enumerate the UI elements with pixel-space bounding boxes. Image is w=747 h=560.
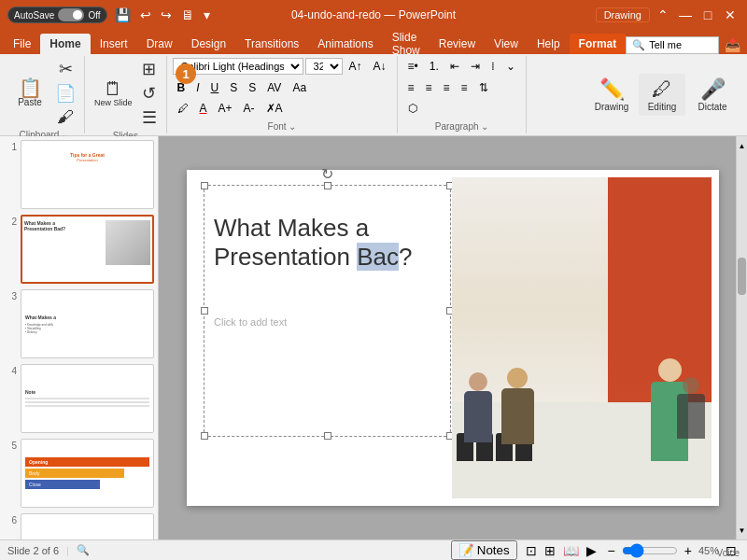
align-left-button[interactable]: ≡ [403,79,419,96]
slide-image-5[interactable]: Opening Body Close [21,439,154,508]
tab-insert[interactable]: Insert [91,34,137,54]
undo-button[interactable]: ↩ [138,6,153,24]
slide-image-1[interactable]: Tips for a Great Presentation [21,140,154,209]
tab-transitions[interactable]: Transitions [235,34,308,54]
layout-button[interactable]: ⊞ [138,58,161,80]
tab-review[interactable]: Review [430,34,485,54]
italic-button[interactable]: I [191,79,204,96]
para-dialog-btn[interactable]: ⌄ [501,58,520,75]
cut-button[interactable]: ✂ [52,58,78,80]
align-center-button[interactable]: ≡ [421,79,437,96]
slide-thumb-5[interactable]: 5 Opening Body Close [4,439,154,508]
font-size-dec2-button[interactable]: A- [239,100,260,117]
copy-button[interactable]: 📄 [52,82,78,105]
font-size-inc2-button[interactable]: A+ [214,100,237,117]
text-highlight-button[interactable]: 🖊 [173,100,193,117]
change-case-button[interactable]: Aa [288,79,311,96]
tab-view[interactable]: View [485,34,528,54]
char-spacing-button[interactable]: AV [262,79,286,96]
slide-canvas[interactable]: ↻ What Makes a Presentation Bac? Click t… [187,170,719,506]
normal-view-button[interactable]: ⊡ [523,542,540,559]
clear-format-button[interactable]: ✗A [261,100,288,117]
paste-button[interactable]: 📋 Paste [9,65,50,121]
increase-font-button[interactable]: A↑ [345,58,367,75]
slide-sorter-button[interactable]: ⊞ [542,542,558,559]
handle-tl[interactable] [201,182,208,189]
strikethrough-button[interactable]: S [225,79,242,96]
text-direction-button[interactable]: ⇅ [474,79,493,96]
tab-animations[interactable]: Animations [308,34,382,54]
click-to-add-text[interactable]: Click to add text [214,316,287,328]
underline-button[interactable]: U [206,79,224,96]
new-slide-button[interactable]: 🗒 New Slide [91,65,136,121]
slide-image-2[interactable]: What Makes a Presentation Bad? [21,215,154,284]
tab-help[interactable]: Help [528,34,570,54]
handle-tm[interactable] [324,182,331,189]
qat-dropdown-button[interactable]: ▾ [202,6,212,24]
font-color-button[interactable]: A [195,100,212,117]
rotate-handle[interactable]: ↻ [321,165,333,183]
zoom-in-button[interactable]: + [682,542,695,559]
scroll-down-button[interactable]: ▼ [738,525,746,536]
slide-title-text3: ? [399,243,412,271]
tab-draw[interactable]: Draw [137,34,182,54]
slide-title[interactable]: What Makes a Presentation Bac? [214,214,413,272]
slide-image-6[interactable]: What Makes a Presentation Good? [21,513,154,539]
decrease-font-button[interactable]: A↓ [369,58,391,75]
font-size-dropdown[interactable]: 32 [305,58,343,75]
shadow-button[interactable]: S [244,79,261,96]
add-remove-cols-button[interactable]: ⁞ [486,58,500,75]
voice-group: ✏️ Drawing 🖊 Editing 🎤 Dictate Voice [581,56,743,133]
drawing-mode-button[interactable]: ✏️ Drawing [588,74,635,116]
slide-thumb-4[interactable]: 4 Note [4,364,154,433]
autosave-toggle[interactable] [58,8,84,21]
tab-design[interactable]: Design [182,34,235,54]
slide-image-3[interactable]: What Makes a • Knowledge and skills • St… [21,289,154,358]
handle-bm[interactable] [324,432,331,440]
tab-format[interactable]: Format [570,34,627,54]
convert-to-smartart-button[interactable]: ⬡ [403,100,422,117]
share-button[interactable]: 📤 [723,35,742,54]
slide-thumb-6[interactable]: 6 What Makes a Presentation Good? [4,513,154,539]
vertical-scrollbar[interactable]: ▲ ▼ [736,136,747,539]
slideshow-button[interactable]: ▶ [584,542,599,559]
slide-thumb-2[interactable]: 2 What Makes a Presentation Bad? [4,215,154,284]
zoom-out-button[interactable]: − [605,542,618,559]
justify-button[interactable]: ≡ [457,79,472,96]
maximize-button[interactable]: □ [698,6,717,24]
bullets-button[interactable]: ≡• [403,58,423,75]
increase-indent-button[interactable]: ⇥ [466,58,485,75]
paragraph-dialog-icon[interactable]: ⌄ [481,121,488,132]
save-button[interactable]: 💾 [113,6,133,24]
redo-button[interactable]: ↪ [159,6,174,24]
close-button[interactable]: ✕ [721,6,740,24]
text-box-selection[interactable]: ↻ What Makes a Presentation Bac? Click t… [204,185,451,437]
minimize-button[interactable]: — [676,6,695,24]
decrease-indent-button[interactable]: ⇤ [445,58,464,75]
slide-image-4[interactable]: Note [21,364,154,433]
scroll-up-button[interactable]: ▲ [738,140,746,151]
slide-thumb-3[interactable]: 3 What Makes a • Knowledge and skills • … [4,289,154,358]
notes-button[interactable]: 📝 Notes [451,540,517,560]
tab-file[interactable]: File [4,34,40,54]
handle-bl[interactable] [201,432,208,440]
scroll-thumb[interactable] [738,258,746,295]
reset-button[interactable]: ↺ [138,82,161,105]
tab-home[interactable]: Home [40,34,90,54]
zoom-slider[interactable] [622,543,678,558]
reading-view-button[interactable]: 📖 [560,542,582,559]
autosave-badge[interactable]: AutoSave Off [7,7,107,23]
align-right-button[interactable]: ≡ [439,79,455,96]
handle-ml[interactable] [201,307,208,315]
tab-slideshow[interactable]: Slide Show [383,34,430,54]
numbering-button[interactable]: 1. [425,58,444,75]
search-box[interactable]: 🔍 Tell me [626,36,719,54]
format-painter-button[interactable]: 🖌 [52,106,78,128]
dictate-button[interactable]: 🎤 Dictate [689,74,736,116]
ribbon-collapse-button[interactable]: ⌃ [654,6,672,24]
section-button[interactable]: ☰ [138,106,161,129]
font-dialog-icon[interactable]: ⌄ [289,121,296,132]
slide-thumb-1[interactable]: 1 Tips for a Great Presentation [4,140,154,209]
editing-mode-button[interactable]: 🖊 Editing [639,74,685,116]
customize-qat-button[interactable]: 🖥 [179,6,196,24]
